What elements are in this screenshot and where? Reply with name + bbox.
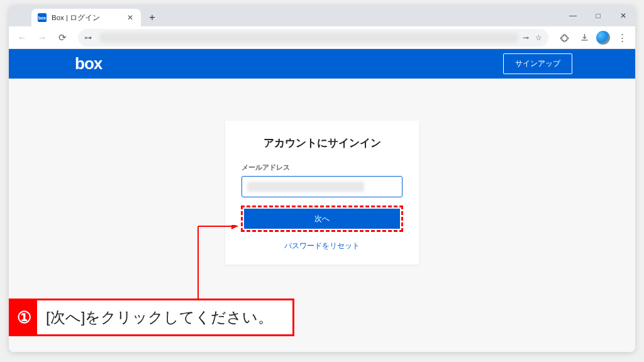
download-icon[interactable] (576, 30, 592, 46)
browser-toolbar: ← → ⟳ ⊶ ⊸ ☆ ⋮ (9, 26, 635, 49)
email-value-blurred (247, 182, 364, 192)
tab-close-icon[interactable]: ✕ (126, 13, 135, 22)
reload-button[interactable]: ⟳ (54, 30, 70, 46)
tab-favicon-icon: box (38, 13, 47, 22)
profile-avatar[interactable] (596, 31, 610, 45)
login-title: アカウントにサインイン (242, 136, 402, 150)
email-label: メールアドレス (242, 163, 402, 172)
minimize-button[interactable]: ― (565, 11, 581, 20)
maximize-button[interactable]: □ (590, 11, 606, 20)
browser-window: box Box | ログイン ✕ + ― □ ✕ ← → ⟳ ⊶ ⊸ ☆ (9, 5, 635, 352)
box-page-header: box サインアップ (9, 49, 635, 79)
browser-tab[interactable]: box Box | ログイン ✕ (31, 9, 141, 26)
email-input[interactable] (242, 176, 402, 197)
new-tab-button[interactable]: + (145, 10, 160, 25)
bookmark-icon[interactable]: ☆ (535, 33, 542, 42)
next-button[interactable]: 次へ (244, 209, 400, 229)
extensions-icon[interactable] (556, 30, 572, 46)
window-controls: ― □ ✕ (565, 5, 631, 26)
address-bar[interactable]: ⊶ ⊸ ☆ (78, 29, 548, 47)
signup-button[interactable]: サインアップ (503, 53, 572, 74)
menu-icon[interactable]: ⋮ (614, 30, 630, 46)
box-logo[interactable]: box (75, 54, 102, 74)
reset-password-link[interactable]: パスワードをリセット (242, 241, 402, 251)
next-button-wrap: 次へ (242, 206, 402, 231)
key-icon[interactable]: ⊸ (523, 33, 529, 42)
page-content: box サインアップ アカウントにサインイン メールアドレス 次へ パスワードを… (9, 49, 635, 352)
step-number-badge: ① (11, 300, 37, 334)
window-close-button[interactable]: ✕ (615, 11, 631, 20)
login-card: アカウントにサインイン メールアドレス 次へ パスワードをリセット (225, 121, 419, 265)
instruction-callout: ① [次へ]をクリックしてください。 (9, 299, 294, 336)
instruction-text: [次へ]をクリックしてください。 (37, 300, 282, 334)
titlebar: box Box | ログイン ✕ + ― □ ✕ (9, 5, 635, 26)
back-button[interactable]: ← (14, 30, 30, 46)
tab-title: Box | ログイン (52, 13, 100, 23)
forward-button[interactable]: → (34, 30, 50, 46)
site-settings-icon[interactable]: ⊶ (84, 33, 92, 42)
url-blurred (99, 33, 518, 43)
